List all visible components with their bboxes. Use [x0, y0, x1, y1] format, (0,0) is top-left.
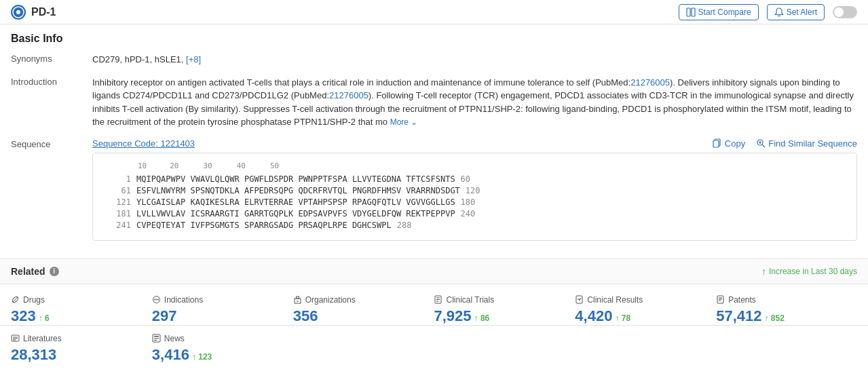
- header-right: Start Compare Set Alert: [679, 4, 857, 20]
- sequence-row: Sequence Sequence Code: 1221403 Copy: [11, 138, 857, 241]
- pubmed-link-1[interactable]: 21276005: [630, 77, 670, 88]
- svg-rect-2: [687, 8, 690, 16]
- set-alert-button[interactable]: Set Alert: [767, 4, 825, 20]
- seq-line-3: 121 YLCGAISLAP KAQIKESLRA ELRVTERRAE VPT…: [104, 197, 846, 207]
- clinical-trials-icon: [434, 295, 442, 304]
- related-title: Related i: [11, 266, 59, 277]
- drugs-icon: [11, 295, 20, 304]
- related-header: Related i ↑ Increase in Last 30 days: [0, 259, 868, 284]
- sequence-ruler: 10 20 30 40 50: [138, 161, 846, 170]
- stat-news: News 3,416 ↑ 123: [152, 334, 293, 364]
- basic-info-title: Basic Info: [11, 33, 857, 45]
- svg-point-11: [155, 299, 157, 301]
- stat-drugs: Drugs 323 ↑ 6: [11, 295, 152, 325]
- increase-label: ↑ Increase in Last 30 days: [761, 266, 857, 277]
- find-similar-button[interactable]: Find Similar Sequence: [756, 138, 857, 149]
- alert-icon: [774, 7, 784, 17]
- main-content: Basic Info Synonyms CD279, hPD-1, hSLE1,…: [0, 24, 868, 259]
- stats-grid-1: Drugs 323 ↑ 6 Indications 297: [0, 284, 868, 326]
- copy-icon: [713, 138, 722, 148]
- stat-indications: Indications 297: [152, 295, 293, 325]
- stat-literatures: Literatures 28,313: [11, 334, 152, 364]
- app-logo: [11, 5, 26, 20]
- header-left: PD-1: [11, 5, 56, 20]
- seq-line-5: 241 CVPEQTEYAT IVFPSGMGTS SPARRGSADG PRS…: [104, 221, 846, 230]
- svg-rect-5: [713, 140, 719, 147]
- sequence-code-link[interactable]: Sequence Code: 1221403: [92, 138, 195, 149]
- alert-toggle[interactable]: [833, 6, 857, 18]
- synonyms-row: Synonyms CD279, hPD-1, hSLE1, [+8]: [11, 53, 857, 66]
- start-compare-button[interactable]: Start Compare: [679, 4, 759, 20]
- pubmed-link-2[interactable]: 21276005: [329, 90, 369, 100]
- patents-icon: [716, 295, 725, 304]
- stat-clinical-trials: Clinical Trials 7,925 ↑ 86: [434, 295, 575, 325]
- indications-icon: [152, 295, 161, 304]
- svg-point-1: [16, 10, 20, 14]
- synonyms-value: CD279, hPD-1, hSLE1, [+8]: [92, 53, 857, 66]
- literatures-icon: [11, 334, 20, 343]
- seq-line-4: 181 LVLLVWVLAV ICSRAARGTI GARRTGQPLK EDP…: [104, 209, 846, 218]
- introduction-row: Introduction Inhibitory receptor on anti…: [11, 76, 857, 129]
- more-link[interactable]: More ⌄: [390, 117, 418, 127]
- introduction-label: Introduction: [11, 76, 92, 87]
- stat-clinical-results: Clinical Results 4,420 ↑ 78: [575, 295, 716, 325]
- stat-patents: Patents 57,412 ↑ 852: [716, 295, 857, 325]
- svg-rect-3: [692, 8, 695, 16]
- svg-point-12: [157, 299, 159, 301]
- synonyms-label: Synonyms: [11, 53, 92, 64]
- basic-info-section: Basic Info Synonyms CD279, hPD-1, hSLE1,…: [11, 33, 857, 241]
- stats-grid-2: Literatures 28,313 News 3,416 ↑ 123: [0, 326, 868, 375]
- introduction-text: Inhibitory receptor on antigen activated…: [92, 76, 857, 129]
- clinical-results-icon: [575, 295, 584, 304]
- stat-organizations: Organizations 356: [293, 295, 434, 325]
- related-section: Related i ↑ Increase in Last 30 days Dru…: [0, 259, 868, 375]
- news-icon: [152, 334, 161, 343]
- find-similar-icon: [756, 138, 766, 148]
- synonyms-more-link[interactable]: [+8]: [186, 54, 201, 64]
- svg-point-10: [154, 299, 155, 301]
- sequence-actions: Copy Find Similar Sequence: [713, 138, 857, 149]
- copy-button[interactable]: Copy: [713, 138, 745, 149]
- sequence-header: Sequence Code: 1221403 Copy: [92, 138, 857, 149]
- seq-line-1: 1 MQIPQAPWPV VWAVLQLQWR PGWFLDSPDR PWNPP…: [104, 174, 846, 184]
- sequence-content: Sequence Code: 1221403 Copy: [92, 138, 857, 241]
- sequence-label: Sequence: [11, 138, 92, 149]
- info-icon: i: [50, 267, 59, 276]
- svg-rect-14: [296, 297, 299, 299]
- seq-line-2: 61 ESFVLNWYRM SPSNQTDKLA AFPEDRSQPG QDCR…: [104, 186, 846, 195]
- sequence-box: 10 20 30 40 50 1 MQIPQAPWPV VWAVLQLQWR P…: [92, 153, 857, 241]
- organizations-icon: [293, 295, 302, 304]
- page-title: PD-1: [31, 6, 56, 18]
- compare-icon: [686, 7, 696, 17]
- app-header: PD-1 Start Compare Set Alert: [0, 0, 868, 24]
